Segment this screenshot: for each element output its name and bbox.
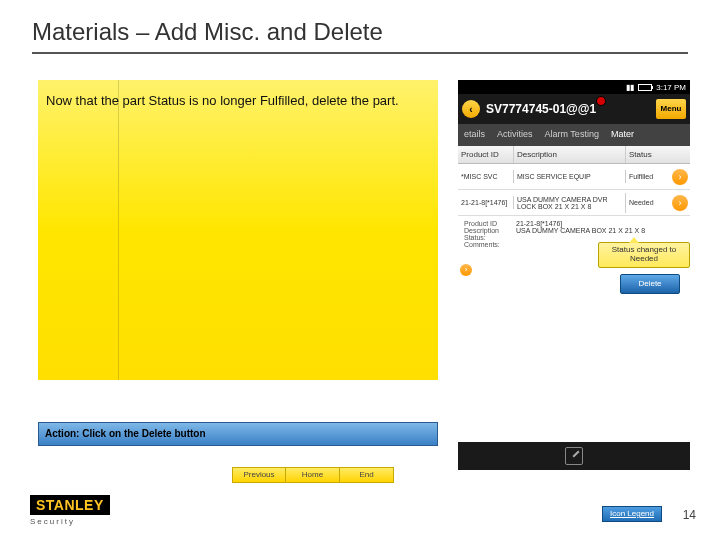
back-button[interactable]: ‹ bbox=[462, 100, 480, 118]
tab-bar: etails Activities Alarm Testing Mater bbox=[458, 124, 690, 146]
page-number: 14 bbox=[683, 508, 696, 522]
table-row[interactable]: *MISC SVC MISC SERVICE EQUIP Fulfilled › bbox=[458, 164, 690, 190]
action-bar: Action: Click on the Delete button bbox=[38, 422, 438, 446]
brand-logo: STANLEY Security bbox=[30, 495, 110, 526]
action-text: Action: Click on the Delete button bbox=[45, 428, 206, 439]
device-screenshot: ▮▮ 3:17 PM ‹ SV7774745-01@@1 Menu etails… bbox=[458, 80, 690, 470]
detail-label: Description bbox=[464, 227, 516, 234]
signal-icon: ▮▮ bbox=[626, 83, 634, 92]
icon-legend-button[interactable]: Icon Legend bbox=[602, 506, 662, 522]
col-product-id: Product ID bbox=[458, 146, 514, 163]
end-button[interactable]: End bbox=[340, 467, 394, 483]
delete-button[interactable]: Delete bbox=[620, 274, 680, 294]
device-statusbar: ▮▮ 3:17 PM bbox=[458, 80, 690, 94]
cell-description: MISC SERVICE EQUIP bbox=[514, 170, 626, 183]
cell-status: Needed bbox=[626, 196, 670, 209]
detail-label: Status: bbox=[464, 234, 516, 241]
alert-dot-icon bbox=[596, 96, 606, 106]
detail-value: USA DUMMY CAMERA BOX 21 X 21 X 8 bbox=[516, 227, 645, 234]
brand-name: STANLEY bbox=[30, 495, 110, 515]
table-row[interactable]: 21-21-8[*1476] USA DUMMY CAMERA DVR LOCK… bbox=[458, 190, 690, 216]
instruction-panel: Now that the part Status is no longer Fu… bbox=[38, 80, 438, 380]
battery-icon bbox=[638, 84, 652, 91]
col-status: Status bbox=[626, 146, 670, 163]
collapse-arrow-icon[interactable]: › bbox=[460, 264, 472, 276]
app-title: SV7774745-01@@1 bbox=[486, 102, 596, 116]
row-expand-icon[interactable]: › bbox=[672, 169, 688, 185]
edit-icon[interactable] bbox=[565, 447, 583, 465]
previous-button[interactable]: Previous bbox=[232, 467, 286, 483]
col-description: Description bbox=[514, 146, 626, 163]
instruction-text: Now that the part Status is no longer Fu… bbox=[46, 93, 399, 108]
home-button[interactable]: Home bbox=[286, 467, 340, 483]
page-title: Materials – Add Misc. and Delete bbox=[32, 18, 383, 46]
cell-description: USA DUMMY CAMERA DVR LOCK BOX 21 X 21 X … bbox=[514, 193, 626, 213]
detail-value: 21-21-8[*1476] bbox=[516, 220, 562, 227]
brand-subtitle: Security bbox=[30, 517, 110, 526]
tab-materials[interactable]: Mater bbox=[605, 124, 640, 146]
tab-details[interactable]: etails bbox=[458, 124, 491, 146]
cell-product-id: 21-21-8[*1476] bbox=[458, 196, 514, 209]
materials-table: Product ID Description Status *MISC SVC … bbox=[458, 146, 690, 442]
status-callout: Status changed to Needed bbox=[598, 242, 690, 268]
row-expand-icon[interactable]: › bbox=[672, 195, 688, 211]
device-bottom-bar bbox=[458, 442, 690, 470]
cell-status: Fulfilled bbox=[626, 170, 670, 183]
tab-activities[interactable]: Activities bbox=[491, 124, 539, 146]
slide-nav: Previous Home End bbox=[232, 467, 394, 483]
cell-product-id: *MISC SVC bbox=[458, 170, 514, 183]
app-title-text: SV7774745-01@@1 bbox=[486, 102, 596, 116]
title-underline bbox=[32, 52, 688, 54]
detail-label: Product ID bbox=[464, 220, 516, 227]
app-bar: ‹ SV7774745-01@@1 Menu bbox=[458, 94, 690, 124]
tab-alarm-testing[interactable]: Alarm Testing bbox=[539, 124, 605, 146]
detail-label: Comments: bbox=[464, 241, 516, 248]
menu-button[interactable]: Menu bbox=[656, 99, 686, 119]
statusbar-time: 3:17 PM bbox=[656, 83, 686, 92]
instruction-divider bbox=[118, 80, 119, 380]
table-header: Product ID Description Status bbox=[458, 146, 690, 164]
